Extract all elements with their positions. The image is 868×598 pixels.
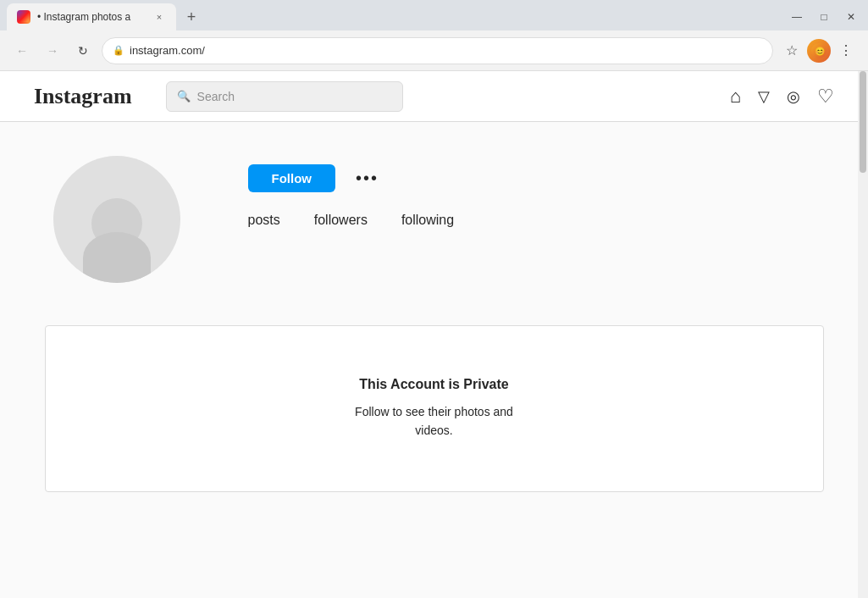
- scrollbar-track: [858, 71, 868, 598]
- svg-rect-0: [19, 12, 29, 22]
- tab-close-button[interactable]: ×: [152, 10, 166, 24]
- forward-button[interactable]: →: [41, 39, 64, 63]
- following-label: following: [401, 213, 454, 228]
- back-button[interactable]: ←: [10, 39, 34, 63]
- instagram-logo: Instagram: [34, 84, 132, 109]
- header-nav: ⌂ ▽ ◎ ♡: [730, 86, 834, 108]
- new-tab-button[interactable]: +: [180, 5, 203, 29]
- posts-label: posts: [248, 213, 280, 228]
- instagram-header: Instagram 🔍 Search ⌂ ▽ ◎ ♡: [0, 71, 868, 122]
- close-button[interactable]: ✕: [841, 7, 861, 27]
- avatar: [53, 156, 180, 283]
- star-button[interactable]: ☆: [780, 39, 804, 63]
- profile-info: Follow ••• posts followers following: [248, 156, 815, 245]
- tab-bar: • Instagram photos a × + — □ ✕: [0, 0, 868, 30]
- address-bar-row: ← → ↻ 🔒 instagram.com/ ☆ 😊 ⋮: [0, 30, 868, 71]
- heart-icon[interactable]: ♡: [817, 86, 834, 108]
- profile-actions: Follow •••: [248, 164, 815, 192]
- private-account-box: This Account is Private Follow to see th…: [45, 325, 824, 492]
- follow-button[interactable]: Follow: [248, 164, 336, 192]
- minimize-button[interactable]: —: [787, 7, 807, 27]
- search-placeholder: Search: [197, 90, 235, 103]
- followers-stat: followers: [314, 213, 368, 228]
- reload-button[interactable]: ↻: [71, 39, 95, 63]
- browser-tab[interactable]: • Instagram photos a ×: [7, 3, 176, 30]
- search-box[interactable]: 🔍 Search: [166, 81, 403, 112]
- scrollbar-thumb[interactable]: [860, 71, 866, 173]
- tab-title: • Instagram photos a: [37, 11, 146, 23]
- menu-button[interactable]: ⋮: [834, 39, 858, 63]
- more-options-button[interactable]: •••: [349, 165, 385, 191]
- profile-photo-area: [53, 156, 180, 283]
- avatar-body: [83, 232, 151, 283]
- toolbar-right: ☆ 😊 ⋮: [780, 39, 858, 63]
- compass-icon[interactable]: ◎: [787, 87, 800, 106]
- url-text: instagram.com/: [130, 44, 762, 57]
- explore-icon[interactable]: ▽: [758, 87, 770, 106]
- private-account-title: This Account is Private: [63, 377, 806, 392]
- profile-section: Follow ••• posts followers following: [36, 122, 832, 308]
- posts-stat: posts: [248, 213, 280, 228]
- profile-stats: posts followers following: [248, 213, 815, 228]
- home-icon[interactable]: ⌂: [730, 86, 741, 108]
- svg-text:😊: 😊: [815, 46, 826, 57]
- window-controls: — □ ✕: [787, 7, 861, 30]
- profile-avatar-button[interactable]: 😊: [807, 39, 831, 63]
- private-account-subtitle: Follow to see their photos andvideos.: [63, 402, 806, 440]
- tab-favicon: [17, 10, 30, 24]
- maximize-button[interactable]: □: [814, 7, 834, 27]
- search-icon: 🔍: [177, 90, 191, 102]
- lock-icon: 🔒: [113, 45, 124, 56]
- browser-window: • Instagram photos a × + — □ ✕ ← → ↻ 🔒 i…: [0, 0, 868, 598]
- following-stat: following: [401, 213, 454, 228]
- page-content: Instagram 🔍 Search ⌂ ▽ ◎ ♡: [0, 71, 868, 598]
- followers-label: followers: [314, 213, 368, 228]
- address-bar[interactable]: 🔒 instagram.com/: [102, 37, 773, 64]
